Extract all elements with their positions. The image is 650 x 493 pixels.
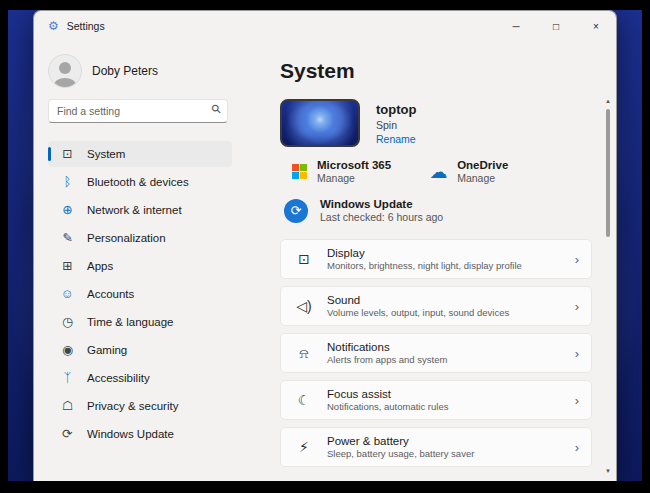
sidebar-item-label: Privacy & security (87, 400, 178, 412)
device-row: toptop Spin Rename (280, 99, 592, 147)
window-controls: ─ □ × (496, 11, 616, 41)
sidebar-item-system[interactable]: ⊡ System (48, 141, 232, 167)
sidebar-item-personalization[interactable]: ✎ Personalization (48, 225, 232, 251)
card-subtitle: Sleep, battery usage, battery saver (327, 448, 474, 459)
sidebar-item-time-language[interactable]: ◷ Time & language (48, 309, 232, 335)
sidebar-item-label: Personalization (87, 232, 166, 244)
desktop-wallpaper: ⚙ Settings ─ □ × Doby Peters (8, 10, 642, 481)
maximize-button[interactable]: □ (536, 11, 576, 41)
rename-link[interactable]: Rename (376, 133, 416, 145)
card-subtitle: Alerts from apps and system (327, 354, 447, 365)
device-name: toptop (376, 102, 416, 117)
chevron-right-icon: › (575, 347, 579, 360)
sidebar-item-gaming[interactable]: ◉ Gaming (48, 337, 232, 363)
scrollbar-track[interactable] (603, 105, 613, 467)
sidebar-item-label: Bluetooth & devices (87, 176, 189, 188)
promo-text: Microsoft 365 Manage (317, 159, 391, 184)
system-icon: ⊡ (60, 148, 75, 161)
card-text: Display Monitors, brightness, night ligh… (327, 247, 522, 271)
settings-window: ⚙ Settings ─ □ × Doby Peters (33, 10, 617, 481)
card-text: Focus assist Notifications, automatic ru… (327, 388, 448, 412)
promo-title: OneDrive (457, 159, 508, 171)
card-title: Notifications (327, 341, 447, 353)
window-body: Doby Peters ⚲ ⊡ System ᛒ Bluetooth & dev… (34, 41, 616, 481)
sidebar-item-network-internet[interactable]: ⊕ Network & internet (48, 197, 232, 223)
windows-update-row[interactable]: ⟳ Windows Update Last checked: 6 hours a… (280, 198, 592, 223)
card-sound[interactable]: ◁) Sound Volume levels, output, input, s… (280, 286, 592, 326)
minimize-button[interactable]: ─ (496, 11, 536, 41)
user-avatar (48, 54, 82, 88)
ms-logo-square-red (292, 164, 299, 171)
sidebar-item-apps[interactable]: ⊞ Apps (48, 253, 232, 279)
power-icon: ⚡ (295, 440, 313, 454)
chevron-right-icon: › (575, 300, 579, 313)
card-text: Notifications Alerts from apps and syste… (327, 341, 447, 365)
promo-text: OneDrive Manage (457, 159, 508, 184)
window-title: Settings (67, 20, 105, 32)
card-text: Sound Volume levels, output, input, soun… (327, 294, 509, 318)
device-info: toptop Spin Rename (376, 102, 416, 145)
scroll-down-icon[interactable]: ▼ (605, 467, 611, 475)
speaker-icon: ◁) (295, 299, 313, 313)
windows-update-status: Last checked: 6 hours ago (320, 211, 443, 223)
card-focus-assist[interactable]: ☾ Focus assist Notifications, automatic … (280, 380, 592, 420)
card-title: Power & battery (327, 435, 474, 447)
scroll-up-icon[interactable]: ▲ (605, 97, 611, 105)
card-subtitle: Volume levels, output, input, sound devi… (327, 307, 509, 318)
selected-indicator (48, 147, 51, 161)
card-display[interactable]: ⊡ Display Monitors, brightness, night li… (280, 239, 592, 279)
user-account-row[interactable]: Doby Peters (48, 49, 264, 93)
main-content: System toptop Spin Rename (264, 41, 616, 481)
sidebar-item-label: Time & language (87, 316, 174, 328)
microsoft-logo-icon (292, 164, 307, 179)
promo-action: Manage (457, 172, 508, 184)
card-power-battery[interactable]: ⚡ Power & battery Sleep, battery usage, … (280, 427, 592, 467)
moon-icon: ☾ (295, 393, 313, 407)
chevron-right-icon: › (575, 394, 579, 407)
sidebar-item-label: Network & internet (87, 204, 182, 216)
promo-title: Microsoft 365 (317, 159, 391, 171)
device-thumbnail (280, 99, 360, 147)
card-notifications[interactable]: ⍾ Notifications Alerts from apps and sys… (280, 333, 592, 373)
sidebar-item-accounts[interactable]: ☺ Accounts (48, 281, 232, 307)
user-name: Doby Peters (92, 64, 158, 78)
paintbrush-icon: ✎ (60, 232, 75, 245)
ms-logo-square-green (300, 164, 307, 171)
onedrive-tile[interactable]: ☁ OneDrive Manage (429, 159, 508, 184)
card-subtitle: Notifications, automatic rules (327, 401, 448, 412)
avatar-head (59, 62, 71, 74)
windows-update-title: Windows Update (320, 198, 443, 210)
sidebar-item-label: Apps (87, 260, 113, 272)
card-title: Sound (327, 294, 509, 306)
chevron-right-icon: › (575, 441, 579, 454)
microsoft-365-tile[interactable]: Microsoft 365 Manage (292, 159, 391, 184)
search-input[interactable] (48, 99, 228, 123)
person-icon: ☺ (60, 288, 75, 301)
sidebar-item-label: Gaming (87, 344, 127, 356)
sidebar-item-accessibility[interactable]: ᛉ Accessibility (48, 365, 232, 391)
display-icon: ⊡ (295, 252, 313, 266)
sidebar-item-bluetooth-devices[interactable]: ᛒ Bluetooth & devices (48, 169, 232, 195)
onedrive-cloud-icon: ☁ (429, 163, 447, 181)
sidebar-item-privacy-security[interactable]: ☖ Privacy & security (48, 393, 232, 419)
promo-action: Manage (317, 172, 391, 184)
shield-icon: ☖ (60, 400, 75, 413)
globe-icon: ⊕ (60, 204, 75, 217)
sidebar-item-label: Accessibility (87, 372, 150, 384)
sidebar: Doby Peters ⚲ ⊡ System ᛒ Bluetooth & dev… (34, 41, 264, 481)
scrollbar[interactable]: ▲ ▼ (603, 97, 613, 475)
chevron-right-icon: › (575, 253, 579, 266)
titlebar: ⚙ Settings ─ □ × (34, 11, 616, 41)
windows-update-icon: ⟳ (284, 199, 308, 223)
sidebar-nav: ⊡ System ᛒ Bluetooth & devices ⊕ Network… (48, 141, 264, 447)
page-title: System (280, 59, 592, 83)
device-model: Spin (376, 119, 416, 131)
card-subtitle: Monitors, brightness, night light, displ… (327, 260, 522, 271)
sidebar-item-windows-update[interactable]: ⟳ Windows Update (48, 421, 232, 447)
scrollbar-thumb[interactable] (606, 109, 610, 237)
card-title: Focus assist (327, 388, 448, 400)
bell-icon: ⍾ (295, 346, 313, 360)
apps-grid-icon: ⊞ (60, 260, 75, 273)
accessibility-icon: ᛉ (60, 372, 75, 385)
close-button[interactable]: × (576, 11, 616, 41)
